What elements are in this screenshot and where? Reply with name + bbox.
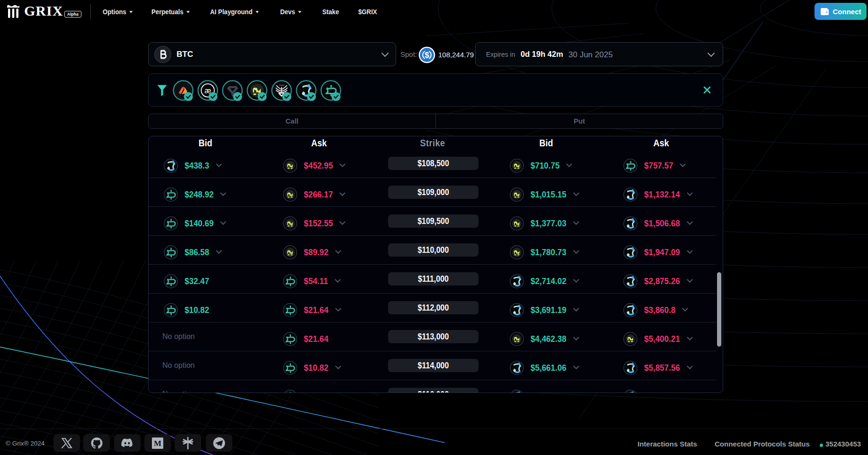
svg-text:$: $: [425, 51, 429, 60]
svg-text:M: M: [154, 439, 161, 448]
svg-text:Stryke: Stryke: [279, 84, 284, 86]
